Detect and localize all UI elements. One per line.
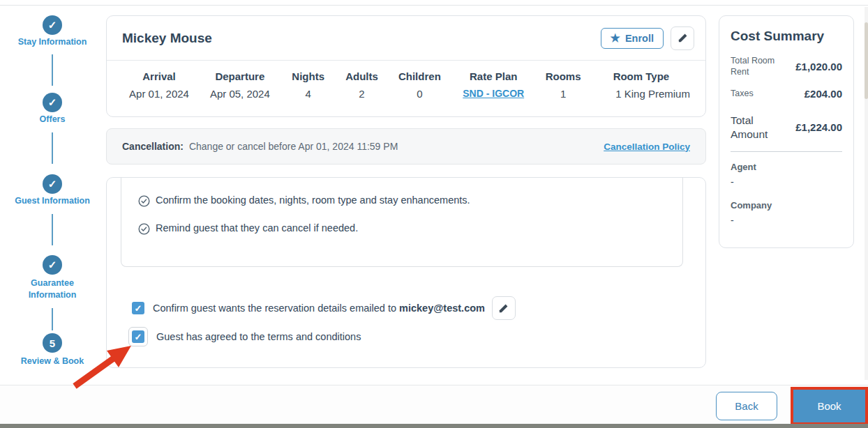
book-button[interactable]: Book	[793, 390, 865, 422]
scrollbar-thumb[interactable]	[865, 22, 868, 99]
step-connector	[52, 308, 53, 330]
sidebar-item-guarantee-information[interactable]: Guarantee Information	[0, 277, 105, 301]
step-check-icon: ✓	[43, 255, 62, 275]
cost-value: £204.00	[805, 88, 842, 100]
cost-label: Total Room Rent	[731, 55, 786, 78]
cell-adults: 2	[338, 88, 387, 100]
cell-arrival: Apr 01, 2024	[122, 88, 196, 100]
cost-summary-title: Cost Summary	[731, 29, 842, 44]
page-scrollbar[interactable]	[865, 7, 868, 380]
booking-stepper: ✓ Stay Information ✓ Offers ✓ Guest Info…	[0, 0, 105, 380]
agent-value: -	[731, 176, 842, 188]
email-confirmation-prefix: Confirm guest wants the reservation deta…	[153, 303, 396, 314]
column-header: Nights	[284, 70, 333, 82]
check-circle-icon	[138, 195, 150, 207]
terms-confirmation-row: Guest has agreed to the terms and condit…	[128, 327, 361, 346]
checkbox-focus-ring	[128, 327, 148, 346]
script-text: Confirm the booking dates, nights, room …	[156, 194, 470, 206]
review-card: Confirm the booking dates, nights, room …	[106, 177, 706, 368]
email-confirmation-checkbox[interactable]	[132, 302, 144, 314]
cell-children: 0	[391, 88, 448, 100]
sidebar-item-stay-information[interactable]: Stay Information	[0, 36, 105, 48]
table-col-departure: Departure Apr 05, 2024	[201, 70, 279, 100]
cost-divider	[731, 151, 842, 152]
confirmation-email-address: mickey@test.com	[399, 303, 485, 314]
script-text: Remind guest that they can cancel if nee…	[156, 222, 358, 234]
guest-name: Mickey Mouse	[122, 31, 601, 46]
step-connector	[52, 132, 53, 164]
column-header: Rooms	[539, 70, 588, 82]
sidebar-item-guest-information[interactable]: Guest Information	[0, 195, 105, 207]
table-col-children: Children 0	[391, 70, 448, 100]
window-bottom-edge	[0, 424, 868, 428]
cell-rooms: 1	[539, 88, 588, 100]
terms-checkbox[interactable]	[132, 330, 144, 343]
agent-label: Agent	[731, 162, 842, 172]
table-col-adults: Adults 2	[338, 70, 387, 100]
cost-label: Total Amount	[731, 114, 786, 142]
agent-script-box: Confirm the booking dates, nights, room …	[121, 178, 683, 267]
step-number-badge: 5	[43, 333, 62, 353]
back-button[interactable]: Back	[716, 392, 777, 420]
script-item: Confirm the booking dates, nights, room …	[138, 194, 666, 207]
company-label: Company	[731, 200, 842, 211]
guest-header: Mickey Mouse ★ Enroll	[107, 16, 705, 61]
guest-summary-card: Mickey Mouse ★ Enroll Arrival Apr 01, 20…	[106, 15, 706, 117]
enroll-label: Enroll	[625, 33, 654, 44]
cancellation-label: Cancellation:	[122, 141, 184, 152]
cell-room-type: 1 King Premium	[592, 88, 690, 100]
top-divider	[0, 5, 868, 6]
enroll-button[interactable]: ★ Enroll	[601, 28, 664, 49]
column-header: Departure	[201, 70, 279, 82]
column-header: Rate Plan	[453, 70, 534, 82]
step-connector	[52, 54, 53, 86]
terms-text: Guest has agreed to the terms and condit…	[156, 331, 361, 342]
cell-departure: Apr 05, 2024	[201, 88, 279, 100]
email-confirmation-row: Confirm guest wants the reservation deta…	[132, 296, 516, 320]
booking-details-table: Arrival Apr 01, 2024 Departure Apr 05, 2…	[107, 61, 705, 100]
rate-plan-link[interactable]: SND - IGCOR	[453, 88, 534, 99]
table-col-rooms: Rooms 1	[539, 70, 588, 100]
step-check-icon: ✓	[43, 174, 62, 194]
step-check-icon: ✓	[43, 93, 62, 112]
cancellation-banner: Cancellation: Change or cancel before Ap…	[106, 128, 706, 165]
edit-email-button[interactable]	[492, 296, 516, 320]
table-col-rate-plan: Rate Plan SND - IGCOR	[453, 70, 534, 100]
company-value: -	[731, 215, 842, 226]
star-icon: ★	[611, 33, 620, 44]
check-circle-icon	[138, 223, 150, 235]
pencil-icon	[678, 33, 688, 43]
table-col-nights: Nights 4	[284, 70, 333, 100]
sidebar-item-review-book[interactable]: Review & Book	[0, 356, 105, 367]
table-col-room-type: Room Type 1 King Premium	[592, 70, 690, 100]
email-confirmation-text: Confirm guest wants the reservation deta…	[153, 303, 485, 314]
cost-label: Taxes	[731, 88, 786, 99]
column-header: Adults	[338, 70, 387, 82]
cost-value: £1,020.00	[795, 61, 842, 72]
cancellation-text: Change or cancel before Apr 01, 2024 11:…	[189, 141, 604, 152]
cost-row-total-amount: Total Amount £1,224.00	[731, 114, 842, 142]
table-col-arrival: Arrival Apr 01, 2024	[122, 70, 196, 100]
script-item: Remind guest that they can cancel if nee…	[138, 222, 666, 235]
cost-value: £1,224.00	[795, 121, 842, 133]
step-check-icon: ✓	[43, 15, 62, 35]
cost-row-room-rent: Total Room Rent £1,020.00	[731, 55, 842, 78]
cost-summary-panel: Cost Summary Total Room Rent £1,020.00 T…	[719, 15, 854, 248]
cell-nights: 4	[284, 88, 333, 100]
pencil-icon	[498, 303, 509, 314]
sidebar-item-offers[interactable]: Offers	[0, 114, 105, 125]
column-header: Arrival	[122, 70, 196, 82]
cancellation-policy-link[interactable]: Cancellation Policy	[604, 142, 690, 152]
step-connector	[52, 214, 53, 245]
edit-guest-button[interactable]	[671, 26, 694, 50]
column-header: Children	[391, 70, 448, 82]
cost-row-taxes: Taxes £204.00	[731, 88, 842, 100]
column-header: Room Type	[592, 70, 690, 82]
